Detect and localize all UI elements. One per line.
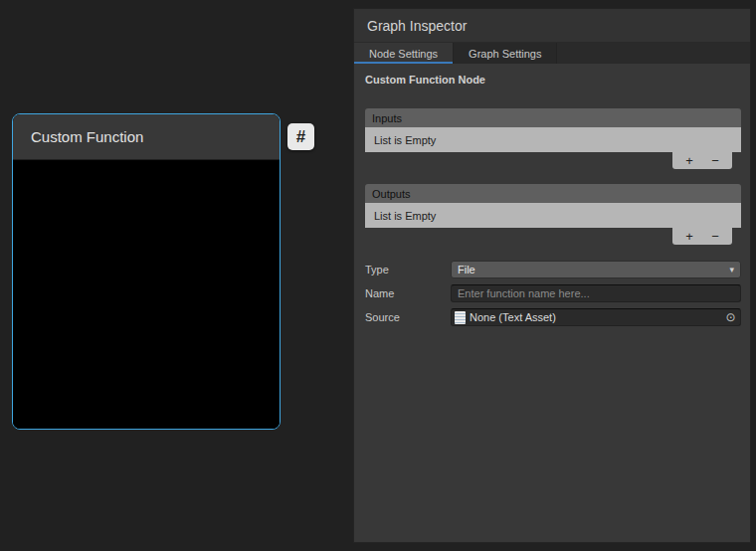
source-row: Source None (Text Asset) ⊙	[365, 308, 741, 326]
tab-node-settings-label: Node Settings	[369, 48, 438, 60]
type-dropdown-value: File	[458, 264, 475, 276]
object-picker-icon[interactable]: ⊙	[722, 309, 739, 325]
inputs-list-footer: + −	[365, 152, 741, 170]
inputs-footer-buttons: + −	[672, 152, 732, 169]
tab-graph-settings[interactable]: Graph Settings	[454, 43, 557, 64]
chevron-down-icon: ▾	[729, 265, 734, 275]
outputs-list-empty-row: List is Empty	[365, 203, 741, 228]
tab-graph-settings-label: Graph Settings	[469, 48, 541, 60]
inspector-title: Graph Inspector	[367, 18, 467, 34]
node-body	[13, 161, 280, 429]
graph-inspector-panel: Graph Inspector Node Settings Graph Sett…	[353, 8, 751, 543]
inspector-content: Custom Function Node Inputs List is Empt…	[354, 74, 750, 326]
outputs-list-footer: + −	[365, 228, 741, 246]
active-tab-underline	[354, 62, 453, 64]
node-title-bar[interactable]: Custom Function	[13, 114, 280, 160]
type-row: Type File ▾	[365, 261, 741, 278]
hash-badge-icon[interactable]: #	[287, 123, 314, 150]
outputs-footer-buttons: + −	[672, 228, 732, 245]
inspector-tab-bar: Node Settings Graph Settings	[354, 43, 750, 64]
inputs-remove-button[interactable]: −	[702, 152, 728, 169]
type-dropdown[interactable]: File ▾	[451, 261, 741, 278]
inputs-list-empty-row: List is Empty	[365, 127, 741, 152]
node-title: Custom Function	[31, 128, 143, 145]
outputs-remove-button[interactable]: −	[702, 228, 728, 245]
inspector-header[interactable]: Graph Inspector	[354, 9, 750, 43]
outputs-list: Outputs List is Empty + −	[365, 184, 741, 246]
node-settings-form: Type File ▾ Name Source None (Text Asset…	[365, 261, 741, 326]
text-asset-icon	[455, 311, 466, 324]
shader-graph-window: Custom Function # Graph Inspector Node S…	[0, 0, 756, 551]
outputs-list-header[interactable]: Outputs	[365, 184, 741, 203]
inputs-list: Inputs List is Empty + −	[365, 108, 741, 170]
name-label: Name	[365, 287, 451, 299]
inputs-list-header[interactable]: Inputs	[365, 108, 741, 127]
outputs-add-button[interactable]: +	[676, 228, 702, 245]
source-label: Source	[365, 311, 451, 323]
type-label: Type	[365, 264, 451, 276]
graph-canvas[interactable]: Custom Function #	[0, 0, 353, 551]
source-object-field[interactable]: None (Text Asset) ⊙	[451, 308, 741, 326]
name-row: Name	[365, 284, 741, 302]
source-object-value: None (Text Asset)	[470, 311, 722, 323]
section-title: Custom Function Node	[365, 74, 741, 88]
tab-node-settings[interactable]: Node Settings	[354, 43, 454, 64]
inputs-add-button[interactable]: +	[676, 152, 702, 169]
function-name-input[interactable]	[451, 284, 741, 302]
custom-function-node[interactable]: Custom Function	[12, 113, 281, 430]
